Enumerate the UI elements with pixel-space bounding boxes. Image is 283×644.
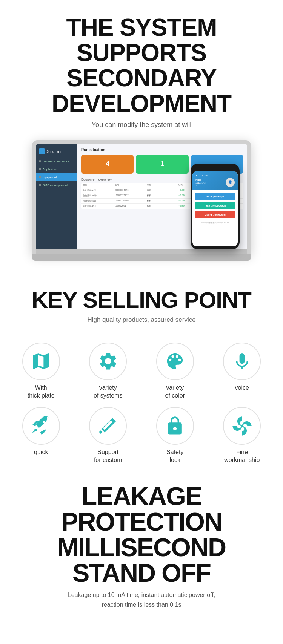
rocket-icon: [31, 416, 51, 436]
sidebar-dot: [39, 184, 41, 186]
phone-record-btn[interactable]: Using the record: [195, 211, 235, 218]
laptop-brand: Smart ark: [36, 147, 77, 158]
mic-icon: [232, 351, 252, 372]
sidebar-item-application[interactable]: Application: [36, 165, 77, 173]
feature-icon-circle-gear: [89, 343, 127, 380]
sidebar-item-sms[interactable]: SMS management: [36, 181, 77, 189]
laptop-bottom-bar: [32, 254, 251, 261]
laptop-mockup: Smart ark General situation of Applicati…: [32, 140, 251, 261]
device-mockup-section: Smart ark General situation of Applicati…: [0, 136, 283, 268]
features-grid-row2: quick Supportfor custom Safetylock Finew…: [0, 403, 283, 472]
leakage-title: LEAKAGE PROTECTION MILLISECOND STAND OFF: [8, 483, 275, 586]
feature-label-ruler: Supportfor custom: [94, 448, 122, 464]
phone-screen: ✕ 11122342 null 11122342 ✓ 👤 Save packag…: [192, 171, 238, 246]
feature-label-map: Withthick plate: [28, 384, 55, 400]
hero-title: THE SYSTEM SUPPORTS SECONDARY DEVELOPMEN…: [11, 15, 272, 116]
feature-item-rocket: quick: [11, 407, 71, 464]
feature-label-fan: Fineworkmanship: [224, 448, 260, 464]
sidebar-dot: [39, 176, 41, 178]
feature-icon-circle-mic: [223, 343, 261, 380]
feature-item-map: Withthick plate: [11, 343, 71, 400]
sidebar-item-equipment[interactable]: equipment: [36, 173, 77, 181]
map-icon: [31, 351, 51, 372]
feature-icon-circle-lock: [156, 407, 194, 445]
feature-icon-circle-palette: [156, 343, 194, 380]
lock-icon: [165, 416, 185, 436]
leakage-section: LEAKAGE PROTECTION MILLISECOND STAND OFF…: [0, 472, 283, 613]
feature-item-ruler: Supportfor custom: [78, 407, 138, 464]
feature-label-rocket: quick: [34, 448, 48, 456]
phone-footer-text: 计计计计计计计计计计计计 00000: [195, 220, 235, 225]
feature-label-mic: voice: [235, 384, 249, 392]
phone-avatar: 👤: [226, 178, 235, 187]
phone-mockup: ✕ 11122342 null 11122342 ✓ 👤 Save packag…: [191, 164, 240, 249]
phone-outer: ✕ 11122342 null 11122342 ✓ 👤 Save packag…: [191, 164, 240, 249]
phone-notch: [208, 167, 223, 170]
selling-subtitle: High quality products, assured service: [8, 316, 275, 324]
phone-user-row: null 11122342 ✓ 👤: [195, 178, 235, 187]
feature-label-palette: varietyof color: [165, 384, 185, 400]
laptop-sidebar: Smart ark General situation of Applicati…: [36, 144, 77, 249]
leakage-desc: Leakage up to 10 mA time, instant automa…: [8, 590, 275, 609]
status-card-online: 4: [81, 155, 134, 174]
feature-item-lock: Safetylock: [145, 407, 205, 464]
feature-icon-circle-fan: [223, 407, 261, 445]
feature-item-fan: Fineworkmanship: [212, 407, 272, 464]
sidebar-logo-icon: [39, 148, 45, 154]
phone-content: Save package Take the package Using the …: [192, 190, 238, 228]
feature-item-gear: varietyof systems: [78, 343, 138, 400]
feature-item-palette: varietyof color: [145, 343, 205, 400]
sidebar-dot: [39, 168, 41, 170]
phone-save-btn[interactable]: Save package: [195, 193, 235, 200]
sidebar-item-general[interactable]: General situation of: [36, 158, 77, 165]
feature-label-gear: varietyof systems: [94, 384, 122, 400]
feature-item-mic: voice: [212, 343, 272, 400]
gear-icon: [98, 351, 118, 372]
phone-header: ✕ 11122342 null 11122342 ✓ 👤: [192, 171, 238, 190]
fan-icon: [232, 416, 252, 436]
feature-icon-circle-rocket: [22, 407, 60, 445]
sidebar-dot: [39, 160, 41, 162]
palette-icon: [165, 351, 185, 372]
ruler-icon: [98, 416, 118, 436]
hero-section: THE SYSTEM SUPPORTS SECONDARY DEVELOPMEN…: [0, 0, 283, 136]
feature-icon-circle-map: [22, 343, 60, 380]
hero-subtitle: You can modify the system at will: [11, 121, 272, 129]
feature-icon-circle-ruler: [89, 407, 127, 445]
feature-label-lock: Safetylock: [166, 448, 183, 464]
selling-title: KEY SELLING POINT: [8, 287, 275, 313]
features-grid-row1: Withthick plate varietyof systems variet…: [0, 331, 283, 404]
status-card-error: 1: [136, 155, 188, 174]
phone-take-btn[interactable]: Take the package: [195, 202, 235, 209]
laptop-run-title: Run situation: [81, 148, 243, 152]
selling-section: KEY SELLING POINT High quality products,…: [0, 268, 283, 331]
